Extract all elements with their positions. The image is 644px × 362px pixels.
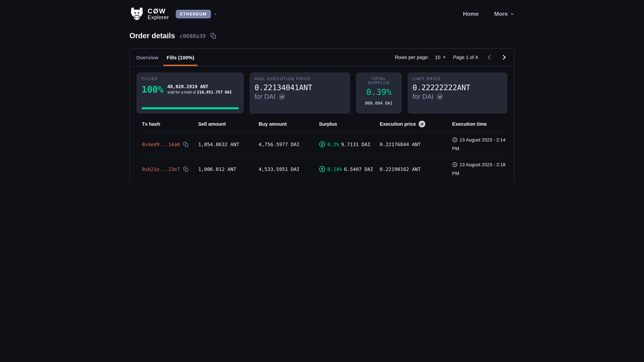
swap-icon[interactable]: ⇄	[278, 93, 286, 100]
limit-price-value: 0.22222222ANT	[412, 83, 502, 92]
tab-fills[interactable]: Fills (100%)	[163, 49, 198, 66]
total-surplus-label: TOTAL SURPLUS	[361, 77, 397, 85]
filled-card: FILLED 100% 48,020.1919 ANT sold for a t…	[136, 72, 244, 114]
execution-time: 13 August 2023 - 2:18 PM	[452, 161, 506, 178]
tabs-row: Overview Fills (100%) Rows per page: 10 …	[130, 49, 514, 66]
filled-sold-total: sold for a total of 216,951.757 DAI	[167, 90, 238, 94]
network-selector[interactable]: ETHEREUM ▼	[176, 10, 217, 18]
pagination-controls: Rows per page: 10 ▼ Page 1 of 4	[395, 49, 508, 66]
execution-time: 13 August 2023 - 2:14 PM	[452, 136, 506, 153]
nav-home[interactable]: Home	[463, 11, 479, 17]
rows-per-page-label: Rows per page:	[395, 55, 429, 60]
table-header-row: Tx hash Sell amount Buy amount Surplus E…	[138, 116, 506, 132]
swap-icon[interactable]: ⇄	[436, 93, 444, 100]
limit-price-card: LIMIT PRICE 0.22222222ANT for DAI ⇄	[408, 72, 508, 114]
logo-title: CØW	[148, 8, 169, 15]
nav-more[interactable]: More	[494, 11, 514, 17]
filled-percent: 100%	[142, 84, 163, 94]
limit-price-quote: for DAI	[412, 93, 434, 100]
rows-per-page-select[interactable]: 10 ▼	[435, 55, 446, 60]
filled-amount: 48,020.1919 ANT	[167, 84, 238, 89]
surplus-cell: 0.14% 6.5407 DAI	[319, 166, 380, 172]
order-details-header: Order details c0688a39	[130, 31, 514, 41]
cow-explorer-logo[interactable]: CØW Explorer	[130, 7, 169, 21]
tab-overview[interactable]: Overview	[133, 49, 162, 66]
col-tx-hash: Tx hash	[138, 121, 198, 127]
sell-amount: 1,054.8632 ANT	[198, 142, 258, 147]
main-nav: Home More	[463, 11, 514, 17]
clock-icon	[452, 162, 458, 167]
logo-subtitle: Explorer	[148, 15, 169, 20]
surplus-up-icon	[319, 141, 325, 147]
buy-amount: 4,756.5977 DAI	[258, 142, 319, 147]
copy-icon[interactable]	[183, 166, 188, 172]
col-surplus: Surplus	[319, 121, 380, 127]
execution-price: 0.22176844 ANT	[380, 142, 452, 147]
avg-price-value: 0.22134041ANT	[254, 83, 345, 92]
total-surplus-amount: 860.894 DAI	[365, 100, 393, 106]
order-panel: Overview Fills (100%) Rows per page: 10 …	[130, 48, 514, 181]
next-page-button[interactable]	[501, 54, 508, 61]
fills-table: Tx hash Sell amount Buy amount Surplus E…	[138, 116, 506, 181]
surplus-amount: 9.7131 DAI	[341, 142, 370, 147]
avg-execution-price-card: AVG. EXECUTION PRICE 0.22134041ANT for D…	[250, 72, 350, 114]
buy-amount: 4,533.5951 DAI	[258, 166, 319, 172]
avg-price-quote: for DAI	[254, 93, 276, 100]
sell-amount: 1,006.012 ANT	[198, 166, 258, 172]
caret-down-icon: ▼	[214, 12, 217, 16]
swap-icon[interactable]: ⇄	[418, 121, 425, 127]
network-badge: ETHEREUM	[176, 10, 211, 18]
top-navigation-bar: CØW Explorer ETHEREUM ▼ Home More	[130, 0, 514, 23]
order-id: c0688a39	[180, 33, 206, 39]
clock-icon	[452, 137, 458, 143]
execution-price: 0.22190162 ANT	[380, 166, 452, 172]
limit-price-label: LIMIT PRICE	[412, 77, 502, 81]
fill-progress-bar	[142, 107, 239, 109]
cow-logo-icon	[130, 7, 144, 21]
copy-icon[interactable]	[183, 142, 188, 147]
surplus-cell: 0.2% 9.7131 DAI	[319, 141, 380, 147]
tx-hash-link[interactable]: 0xb21e...23e7	[142, 166, 180, 172]
surplus-percent: 0.14%	[327, 166, 342, 172]
page-title: Order details	[130, 31, 175, 40]
total-surplus-percent: 0.39%	[366, 87, 392, 97]
caret-down-icon: ▼	[443, 56, 446, 59]
avg-price-label: AVG. EXECUTION PRICE	[254, 77, 345, 81]
page-status: Page 1 of 4	[453, 55, 478, 60]
cow-explorer-app: CØW Explorer ETHEREUM ▼ Home More	[0, 0, 644, 181]
previous-page-button[interactable]	[486, 54, 493, 61]
col-execution-time: Execution time	[452, 121, 506, 127]
copy-order-id-button[interactable]	[210, 33, 216, 39]
tx-hash-link[interactable]: 0x4ed9...14a0	[142, 142, 180, 147]
col-sell-amount: Sell amount	[198, 121, 258, 127]
surplus-amount: 6.5407 DAI	[344, 166, 373, 172]
total-surplus-card: TOTAL SURPLUS 0.39% 860.894 DAI	[356, 72, 402, 114]
col-execution-price: Execution price ⇄	[380, 121, 452, 127]
summary-cards: FILLED 100% 48,020.1919 ANT sold for a t…	[136, 72, 508, 114]
table-body: 0x4ed9...14a0 1,054.8632 ANT 4,756.5977 …	[138, 132, 506, 181]
filled-label: FILLED	[142, 77, 239, 81]
surplus-up-icon	[319, 166, 325, 172]
table-row: 0xb21e...23e7 1,006.012 ANT 4,533.5951 D…	[138, 157, 506, 181]
chevron-down-icon	[510, 12, 514, 16]
rows-per-page-value: 10	[435, 55, 440, 60]
logo-wordmark: CØW Explorer	[148, 8, 169, 20]
table-row: 0x4ed9...14a0 1,054.8632 ANT 4,756.5977 …	[138, 132, 506, 157]
col-buy-amount: Buy amount	[258, 121, 319, 127]
surplus-percent: 0.2%	[327, 142, 339, 147]
chevron-right-icon	[501, 54, 508, 61]
chevron-left-icon	[486, 54, 493, 61]
